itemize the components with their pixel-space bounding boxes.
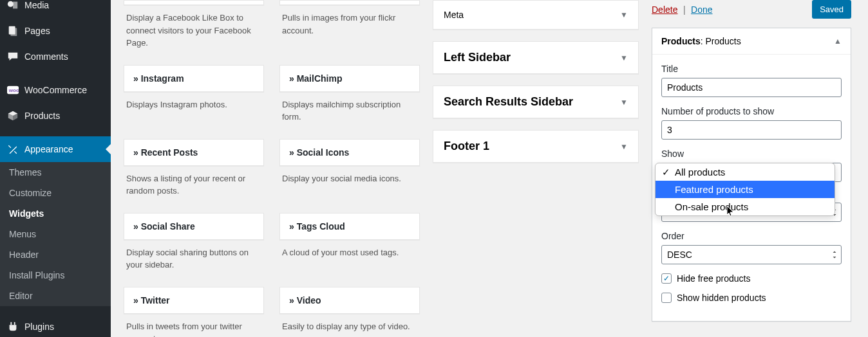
chevron-up-icon: ▲: [834, 37, 842, 46]
sidebar-sub-menus[interactable]: Menus: [0, 224, 111, 244]
widget-desc: Display a Facebook Like Box to connect v…: [124, 5, 264, 53]
sidebar-item-media[interactable]: Media: [0, 0, 111, 18]
sidebar-sub-themes[interactable]: Themes: [0, 162, 111, 183]
show-dropdown-menu: All products Featured products On-sale p…: [655, 163, 835, 216]
appearance-icon: [6, 143, 19, 156]
area-meta[interactable]: Meta ▼: [433, 0, 639, 30]
panel-header[interactable]: Products: Products ▲: [652, 28, 851, 55]
svg-point-0: [8, 1, 14, 7]
sidebar-item-woocommerce[interactable]: woo WooCommerce: [0, 77, 111, 103]
chevron-down-icon: ▼: [620, 10, 628, 19]
delete-link[interactable]: Delete: [652, 5, 677, 15]
sidebar-item-plugins[interactable]: Plugins: [0, 314, 111, 337]
show-option-featured[interactable]: Featured products: [656, 181, 835, 198]
area-left-sidebar[interactable]: Left Sidebar ▼: [433, 41, 639, 74]
pages-icon: [6, 24, 19, 37]
hide-free-label: Hide free products: [677, 273, 750, 284]
show-label: Show: [661, 149, 842, 159]
actions-row: Delete | Done Saved: [652, 0, 851, 19]
widget-facebook-like[interactable]: [124, 0, 264, 5]
sidebar-label: Products: [24, 111, 60, 121]
sidebar-label: Comments: [24, 51, 68, 62]
products-widget-panel: Products: Products ▲ Title Number of pro…: [652, 28, 851, 322]
chevron-down-icon: ▼: [620, 53, 628, 62]
area-label: Search Results Sidebar: [444, 95, 573, 109]
show-select[interactable]: All products ▲▼ All products Featured pr…: [661, 163, 842, 182]
chevron-down-icon: ▼: [620, 142, 628, 151]
show-option-all[interactable]: All products: [656, 163, 835, 181]
sidebar-item-pages[interactable]: Pages: [0, 18, 111, 44]
widget-desc: Displays Instagram photos.: [124, 92, 264, 115]
chevron-down-icon: ▼: [620, 98, 628, 107]
admin-sidebar: Media Pages Comments woo WooCommerce Pro…: [0, 0, 111, 337]
widget-mailchimp[interactable]: » MailChimp: [279, 65, 420, 92]
sidebar-sub-editor[interactable]: Editor: [0, 286, 111, 306]
hide-free-row[interactable]: Hide free products: [661, 273, 842, 284]
svg-text:woo: woo: [8, 87, 19, 93]
widget-desc: Display your social media icons.: [279, 166, 420, 189]
sidebar-sub-install-plugins[interactable]: Install Plugins: [0, 265, 111, 286]
sidebar-item-products[interactable]: Products: [0, 103, 111, 129]
sidebar-areas: Meta ▼ Left Sidebar ▼ Search Results Sid…: [433, 0, 639, 337]
saved-button[interactable]: Saved: [812, 0, 851, 19]
area-footer-1[interactable]: Footer 1 ▼: [433, 130, 639, 163]
area-label: Footer 1: [444, 140, 489, 153]
num-label: Number of products to show: [661, 106, 842, 116]
main-content: Display a Facebook Like Box to connect v…: [111, 0, 868, 337]
svg-rect-2: [10, 28, 17, 37]
products-icon: [6, 109, 19, 122]
available-widgets: Display a Facebook Like Box to connect v…: [124, 0, 420, 337]
widget-twitter[interactable]: » Twitter: [124, 287, 264, 314]
sidebar-label: Appearance: [24, 144, 73, 154]
widget-flickr[interactable]: [279, 0, 420, 5]
widget-desc: A cloud of your most used tags.: [279, 240, 420, 263]
order-select[interactable]: DESC: [661, 245, 842, 264]
svg-rect-5: [10, 322, 12, 325]
widget-desc: Display social sharing buttons on your s…: [124, 240, 264, 275]
sidebar-item-appearance[interactable]: Appearance: [0, 136, 111, 162]
widget-instagram[interactable]: » Instagram: [124, 65, 264, 92]
widget-tags-cloud[interactable]: » Tags Cloud: [279, 213, 420, 240]
num-products-input[interactable]: [661, 120, 842, 140]
widget-settings: Delete | Done Saved Products: Products ▲…: [652, 0, 851, 337]
svg-rect-6: [14, 322, 15, 325]
sidebar-label: Pages: [24, 26, 50, 36]
sidebar-sub-widgets[interactable]: Widgets: [0, 203, 111, 224]
sidebar-label: Media: [24, 0, 49, 10]
area-label: Left Sidebar: [444, 51, 511, 64]
widget-social-icons[interactable]: » Social Icons: [279, 139, 420, 166]
widget-desc: Displays mailchimp subscription form.: [279, 92, 420, 127]
widget-desc: Pulls in tweets from your twitter accoun…: [124, 314, 264, 338]
show-hidden-checkbox[interactable]: [661, 293, 672, 303]
done-link[interactable]: Done: [691, 5, 712, 15]
plugins-icon: [6, 320, 19, 333]
sidebar-label: WooCommerce: [24, 85, 87, 95]
widget-desc: Shows a listing of your recent or random…: [124, 166, 264, 201]
widget-desc: Easily to display any type of video.: [279, 314, 420, 337]
title-label: Title: [661, 64, 842, 74]
title-input[interactable]: [661, 78, 842, 97]
hide-free-checkbox[interactable]: [661, 273, 672, 284]
widget-desc: Pulls in images from your flickr account…: [279, 5, 420, 41]
area-label: Meta: [444, 10, 464, 20]
show-hidden-label: Show hidden products: [677, 293, 766, 303]
show-hidden-row[interactable]: Show hidden products: [661, 293, 842, 303]
sidebar-item-comments[interactable]: Comments: [0, 44, 111, 69]
area-search-results-sidebar[interactable]: Search Results Sidebar ▼: [433, 86, 639, 118]
widget-recent-posts[interactable]: » Recent Posts: [124, 139, 264, 166]
woocommerce-icon: woo: [6, 84, 19, 96]
panel-body: Title Number of products to show Show Al…: [652, 55, 851, 321]
order-label: Order: [661, 231, 842, 241]
widget-video[interactable]: » Video: [279, 287, 420, 314]
sidebar-sub-customize[interactable]: Customize: [0, 183, 111, 203]
sidebar-label: Plugins: [24, 322, 54, 332]
media-icon: [6, 0, 19, 12]
show-option-on-sale[interactable]: On-sale products: [656, 198, 835, 215]
sidebar-sub-header[interactable]: Header: [0, 244, 111, 265]
comments-icon: [6, 50, 19, 63]
widget-social-share[interactable]: » Social Share: [124, 213, 264, 240]
separator: |: [681, 5, 688, 15]
